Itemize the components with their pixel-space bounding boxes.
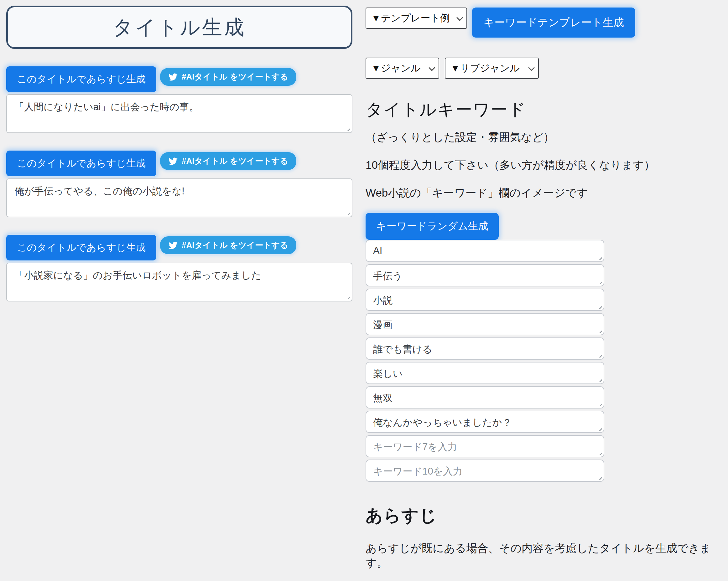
tweet-button[interactable]: #AIタイトル をツイートする xyxy=(160,68,296,86)
generate-synopsis-button[interactable]: このタイトルであらすじ生成 xyxy=(6,150,156,176)
keyword-field-wrap xyxy=(366,435,604,458)
keyword-textarea[interactable] xyxy=(366,460,604,482)
subgenre-select[interactable]: ▼サブジャンル xyxy=(445,58,539,79)
keyword-textarea[interactable] xyxy=(366,435,604,458)
keywords-heading: タイトルキーワード xyxy=(366,98,720,121)
keyword-textarea[interactable]: AI xyxy=(366,240,604,262)
generated-title-block: このタイトルであらすじ生成 #AIタイトル をツイートする 「人間になりたいai… xyxy=(6,66,353,133)
keyword-field-wrap: 楽しい xyxy=(366,362,604,384)
keywords-hint-count: 10個程度入力して下さい（多い方が精度が良くなります） xyxy=(366,158,720,172)
keyword-textarea[interactable]: 楽しい xyxy=(366,362,604,384)
chevron-down-icon xyxy=(528,64,535,71)
keywords-hint-image: Web小説の「キーワード」欄のイメージです xyxy=(366,186,720,200)
template-select-value: ▼テンプレート例 xyxy=(371,11,450,25)
keyword-field-wrap: 小説 xyxy=(366,288,604,311)
template-select[interactable]: ▼テンプレート例 xyxy=(366,7,467,29)
keywords-subheading: （ざっくりとした設定・雰囲気など） xyxy=(366,130,720,145)
generated-title-actions: このタイトルであらすじ生成 #AIタイトル をツイートする xyxy=(6,150,353,176)
keyword-textarea[interactable]: 誰でも書ける xyxy=(366,337,604,360)
synopsis-heading: あらすじ xyxy=(366,504,720,527)
generated-titles-column: タイトル生成 このタイトルであらすじ生成 #AIタイトル をツイートする 「人間… xyxy=(6,6,353,301)
tweet-button[interactable]: #AIタイトル をツイートする xyxy=(160,236,296,254)
template-row: ▼テンプレート例 キーワードテンプレート生成 xyxy=(366,7,720,37)
keyword-field-wrap: AI xyxy=(366,240,604,262)
tweet-button-label: #AIタイトル をツイートする xyxy=(182,240,288,251)
page-title: タイトル生成 xyxy=(113,14,246,41)
genre-row: ▼ジャンル ▼サブジャンル xyxy=(366,58,720,79)
keyword-field-wrap: 無双 xyxy=(366,386,604,409)
generated-title-block: このタイトルであらすじ生成 #AIタイトル をツイートする 俺が手伝ってやる、こ… xyxy=(6,150,353,217)
generated-title-actions: このタイトルであらすじ生成 #AIタイトル をツイートする xyxy=(6,66,353,92)
title-generator-page: タイトル生成 このタイトルであらすじ生成 #AIタイトル をツイートする 「人間… xyxy=(0,0,728,581)
keyword-field-wrap xyxy=(366,460,604,482)
generated-title-actions: このタイトルであらすじ生成 #AIタイトル をツイートする xyxy=(6,235,353,260)
random-keywords-button[interactable]: キーワードランダム生成 xyxy=(366,213,499,240)
generated-title-field-wrap: 「小説家になる」のお手伝いロボットを雇ってみました xyxy=(6,262,353,301)
generated-title-textarea[interactable]: 「人間になりたいai」に出会った時の事。 xyxy=(6,94,353,133)
keyword-textarea[interactable]: 漫画 xyxy=(366,313,604,335)
twitter-bird-icon xyxy=(168,157,178,166)
generated-title-field-wrap: 「人間になりたいai」に出会った時の事。 xyxy=(6,94,353,133)
chevron-down-icon xyxy=(457,14,463,21)
keyword-textarea[interactable]: 無双 xyxy=(366,386,604,409)
twitter-bird-icon xyxy=(168,241,178,250)
keyword-textarea[interactable]: 俺なんかやっちゃいましたか？ xyxy=(366,411,604,433)
generate-keyword-template-button[interactable]: キーワードテンプレート生成 xyxy=(472,7,635,37)
twitter-bird-icon xyxy=(168,72,178,82)
keyword-textarea[interactable]: 手伝う xyxy=(366,264,604,286)
keyword-settings-column: ▼テンプレート例 キーワードテンプレート生成 ▼ジャンル ▼サブジャンル タイト… xyxy=(366,6,720,581)
genre-select-value: ▼ジャンル xyxy=(371,62,421,75)
tweet-button-label: #AIタイトル をツイートする xyxy=(182,72,288,82)
keyword-list: AI 手伝う 小説 漫画 誰でも書ける 楽しい xyxy=(366,240,720,482)
generated-title-block: このタイトルであらすじ生成 #AIタイトル をツイートする 「小説家になる」のお… xyxy=(6,235,353,301)
keyword-field-wrap: 俺なんかやっちゃいましたか？ xyxy=(366,411,604,433)
generated-title-textarea[interactable]: 俺が手伝ってやる、この俺の小説をな! xyxy=(6,178,353,217)
synopsis-description: あらすじが既にある場合、その内容を考慮したタイトルを生成できます。 xyxy=(366,541,720,570)
chevron-down-icon xyxy=(428,64,435,71)
tweet-button-label: #AIタイトル をツイートする xyxy=(182,156,288,167)
generated-title-textarea[interactable]: 「小説家になる」のお手伝いロボットを雇ってみました xyxy=(6,262,353,301)
subgenre-select-value: ▼サブジャンル xyxy=(450,62,520,75)
tweet-button[interactable]: #AIタイトル をツイートする xyxy=(160,152,296,170)
generate-synopsis-button[interactable]: このタイトルであらすじ生成 xyxy=(6,235,156,260)
keyword-field-wrap: 手伝う xyxy=(366,264,604,286)
genre-select[interactable]: ▼ジャンル xyxy=(366,58,439,79)
keyword-field-wrap: 誰でも書ける xyxy=(366,337,604,360)
app-title-box: タイトル生成 xyxy=(6,6,353,49)
generated-title-field-wrap: 俺が手伝ってやる、この俺の小説をな! xyxy=(6,178,353,217)
keyword-textarea[interactable]: 小説 xyxy=(366,288,604,311)
keyword-field-wrap: 漫画 xyxy=(366,313,604,335)
generate-synopsis-button[interactable]: このタイトルであらすじ生成 xyxy=(6,66,156,92)
